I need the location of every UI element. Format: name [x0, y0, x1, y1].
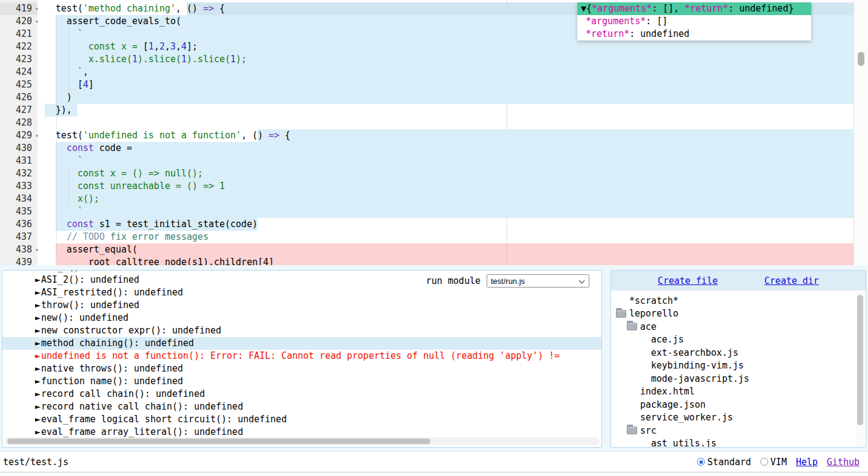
code-line[interactable] — [37, 117, 853, 129]
gutter-line-number[interactable]: 428 — [0, 117, 37, 129]
tree-file-row[interactable]: ast_utils.js — [611, 437, 866, 448]
gutter-line-number[interactable]: 438▾ — [0, 243, 37, 256]
keybinding-standard-option[interactable]: Standard — [697, 457, 751, 468]
play-triangle-icon[interactable]: ► — [35, 376, 40, 387]
play-triangle-icon[interactable]: ► — [35, 414, 40, 425]
code-line[interactable]: const code = — [37, 142, 853, 155]
radio-button-icon[interactable] — [760, 458, 768, 466]
console-entry[interactable]: ►function name(): undefined — [2, 375, 601, 388]
scrollbar-thumb[interactable] — [7, 439, 430, 444]
file-tree-scrollbar[interactable] — [857, 292, 864, 446]
scrollbar-thumb[interactable] — [858, 52, 864, 66]
tree-file-row[interactable]: package.json — [611, 398, 866, 411]
help-link[interactable]: Help — [796, 457, 818, 468]
gutter-line-number[interactable]: 433 — [0, 180, 37, 193]
run-module-select[interactable]: test/run.js — [487, 274, 589, 288]
code-line[interactable]: const x = () => null(); — [37, 167, 853, 180]
code-line[interactable]: x(); — [37, 193, 853, 205]
keybinding-vim-option[interactable]: VIM — [760, 457, 787, 468]
gutter-line-number[interactable]: 437 — [0, 231, 37, 243]
code-line[interactable]: root_calltree_node(s1).children[4] — [37, 256, 853, 265]
tree-file-row[interactable]: *scratch* — [611, 294, 866, 307]
console-entry[interactable]: ►eval_frame logical short circuit(): und… — [2, 413, 601, 426]
console-entry[interactable]: ►eval_frame array_literal(): undefined — [2, 426, 601, 439]
tree-dir-row[interactable]: leporello — [611, 307, 866, 321]
console-entry[interactable]: ►record call chain(): undefined — [2, 388, 601, 400]
console-entry[interactable]: ►new constructor expr(): undefined — [2, 324, 601, 337]
console-horizontal-scrollbar[interactable] — [4, 437, 600, 445]
code-line[interactable]: const x = [1,2,3,4]; — [37, 40, 853, 53]
gutter-line-number[interactable]: 421 — [0, 28, 37, 40]
create-dir-button[interactable]: Create dir — [765, 275, 819, 286]
console-entry[interactable]: ►ASI_restrited(): undefined — [2, 286, 601, 299]
gutter-line-number[interactable]: 427 — [0, 104, 37, 117]
code-line[interactable]: x.slice(1).slice(1).slice(1); — [37, 53, 853, 66]
play-triangle-icon[interactable]: ► — [35, 388, 40, 399]
code-line[interactable]: [4] — [37, 79, 853, 91]
play-triangle-icon[interactable]: ► — [35, 287, 40, 298]
gutter-line-number[interactable]: 419▾ — [0, 2, 37, 15]
gutter-line-number[interactable]: 429▾ — [0, 129, 37, 142]
tree-dir-row[interactable]: ace — [611, 320, 866, 333]
tree-file-row[interactable]: service_worker.js — [611, 411, 866, 425]
tooltip-property-row[interactable]: *arguments*: [] — [577, 15, 811, 28]
console-entry[interactable]: ►throw(): undefined — [2, 299, 601, 312]
fold-arrow-icon[interactable]: ▾ — [33, 15, 39, 28]
gutter-line-number[interactable]: 424 — [0, 66, 37, 79]
radio-button-icon[interactable] — [697, 458, 705, 466]
play-triangle-icon[interactable]: ► — [35, 271, 40, 272]
fold-arrow-icon[interactable]: ▾ — [33, 129, 39, 142]
gutter-line-number[interactable]: 435 — [0, 205, 37, 218]
console-entry[interactable]: ►undefined is not a function(): Error: F… — [2, 350, 601, 362]
play-triangle-icon[interactable]: ► — [35, 350, 40, 361]
gutter-line-number[interactable]: 423 — [0, 53, 37, 66]
tree-file-row[interactable]: ace.js — [611, 333, 866, 347]
play-triangle-icon[interactable]: ► — [35, 300, 40, 310]
gutter-line-number[interactable]: 426 — [0, 91, 37, 104]
tree-dir-row[interactable]: src — [611, 424, 866, 437]
play-triangle-icon[interactable]: ► — [35, 325, 40, 336]
console-entry[interactable]: ►ASI_1(): undefined — [2, 271, 601, 274]
code-line[interactable]: const s1 = test_initial_state(code) — [37, 218, 853, 231]
code-line[interactable]: const unreachable = () => 1 — [37, 180, 853, 193]
play-triangle-icon[interactable]: ► — [35, 363, 40, 374]
play-triangle-icon[interactable]: ► — [35, 338, 40, 349]
console-entry[interactable]: ►record native call chain(): undefined — [2, 400, 601, 413]
gutter-line-number[interactable]: 431 — [0, 155, 37, 167]
fold-arrow-icon[interactable]: ▾ — [33, 243, 39, 256]
code-line[interactable]: test('undefined is not a function', () =… — [37, 129, 853, 142]
console-entry[interactable]: ►native throws(): undefined — [2, 362, 601, 375]
fold-arrow-icon[interactable]: ▾ — [33, 2, 39, 15]
tree-file-row[interactable]: ext-searchbox.js — [611, 346, 866, 359]
play-triangle-icon[interactable]: ► — [35, 312, 40, 323]
gutter-line-number[interactable]: 436 — [0, 218, 37, 231]
editor-vertical-scrollbar[interactable] — [853, 0, 868, 265]
code-line[interactable]: ) — [37, 91, 853, 104]
tree-file-row[interactable]: keybinding-vim.js — [611, 359, 866, 373]
tooltip-property-row[interactable]: *return*: undefined — [577, 28, 811, 40]
github-link[interactable]: Github — [827, 457, 860, 468]
code-line[interactable]: `, — [37, 66, 853, 79]
code-line[interactable]: // TODO fix error messages — [37, 231, 853, 243]
create-file-button[interactable]: Create file — [658, 275, 717, 286]
gutter-line-number[interactable]: 432 — [0, 167, 37, 180]
tree-file-row[interactable]: index.html — [611, 385, 866, 399]
gutter-line-number[interactable]: 434 — [0, 193, 37, 205]
console-entry[interactable]: ►new(): undefined — [2, 312, 601, 324]
gutter-line-number[interactable]: 439 — [0, 256, 37, 265]
code-line[interactable]: ` — [37, 155, 853, 167]
play-triangle-icon[interactable]: ► — [35, 274, 40, 285]
tooltip-summary-row[interactable]: ▼{*arguments*: [], *return*: undefined} — [577, 2, 811, 15]
scrollbar-thumb[interactable] — [857, 295, 863, 425]
code-line[interactable]: assert_equal( — [37, 243, 853, 256]
play-triangle-icon[interactable]: ► — [35, 401, 40, 412]
gutter-line-number[interactable]: 430 — [0, 142, 37, 155]
gutter-line-number[interactable]: 425 — [0, 79, 37, 91]
console-entry[interactable]: ►method chaining(): undefined — [2, 337, 601, 350]
tree-file-row[interactable]: mode-javascript.js — [611, 372, 866, 385]
gutter-line-number[interactable]: 422 — [0, 40, 37, 53]
gutter-line-number[interactable]: 420▾ — [0, 15, 37, 28]
code-line[interactable]: ` — [37, 205, 853, 218]
play-triangle-icon[interactable]: ► — [35, 426, 40, 437]
code-line[interactable]: }), — [37, 104, 853, 117]
